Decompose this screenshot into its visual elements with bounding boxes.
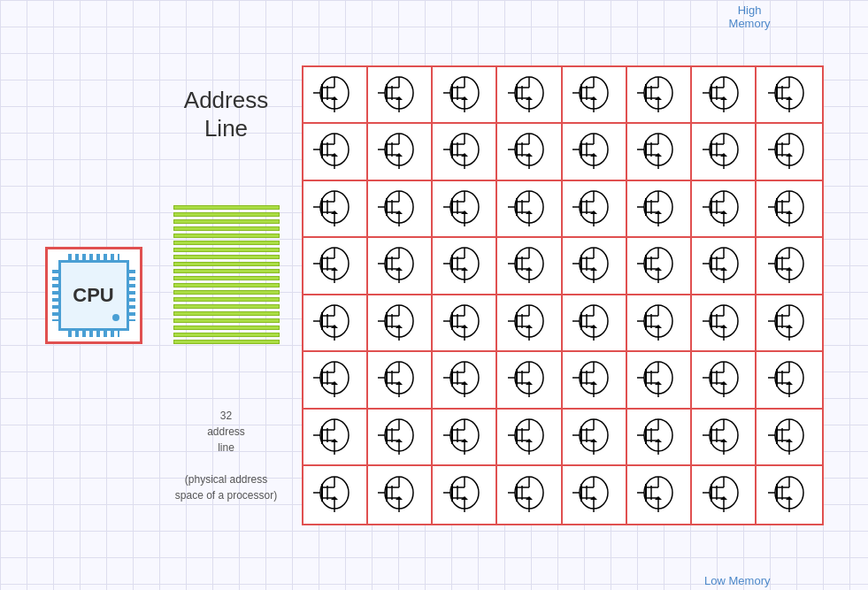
address-stripe — [173, 333, 280, 337]
memory-cell — [563, 238, 627, 294]
memory-cell — [757, 410, 821, 465]
memory-cell — [368, 466, 433, 524]
address-lines-container — [173, 151, 280, 399]
address-stripe — [173, 226, 280, 231]
memory-row — [303, 181, 822, 239]
memory-cell — [627, 124, 692, 180]
memory-cell — [433, 238, 497, 294]
memory-row — [303, 124, 822, 181]
address-stripe — [173, 297, 280, 302]
memory-cell — [563, 466, 627, 524]
memory-cell — [497, 466, 562, 524]
memory-row — [303, 352, 822, 410]
memory-cell — [497, 295, 562, 351]
memory-cell — [627, 295, 692, 351]
main-container: High Memory Low Memory CPU AddressLine — [0, 0, 868, 590]
memory-cell — [627, 67, 692, 123]
low-memory-label: Low Memory — [704, 574, 770, 587]
memory-row — [303, 295, 822, 353]
memory-row — [303, 410, 822, 467]
memory-cell — [497, 124, 562, 180]
memory-row — [303, 466, 822, 524]
memory-cell — [368, 124, 433, 180]
memory-cell — [433, 295, 497, 351]
memory-cell — [757, 352, 821, 408]
address-title: AddressLine — [184, 87, 268, 142]
memory-cell — [627, 410, 692, 465]
memory-cell — [757, 67, 821, 123]
memory-cell — [692, 181, 757, 237]
address-stripe — [173, 318, 280, 323]
cpu-left-pins — [52, 270, 58, 321]
memory-cell — [303, 67, 368, 123]
memory-cell — [627, 466, 692, 524]
address-stripe — [173, 205, 280, 210]
address-stripe — [173, 290, 280, 295]
memory-cell — [757, 181, 821, 237]
memory-cell — [757, 238, 821, 294]
memory-cell — [563, 410, 627, 465]
memory-cell — [368, 295, 433, 351]
memory-cell — [497, 181, 562, 237]
memory-cell — [563, 295, 627, 351]
address-stripe — [173, 269, 280, 273]
address-stripe — [173, 311, 280, 316]
memory-cell — [627, 352, 692, 408]
memory-cell — [692, 466, 757, 524]
memory-cell — [497, 67, 562, 123]
cpu-label: CPU — [73, 284, 113, 307]
memory-cell — [433, 181, 497, 237]
memory-cell — [692, 67, 757, 123]
memory-cell — [433, 67, 497, 123]
memory-grid — [302, 65, 824, 525]
memory-cell — [303, 181, 368, 237]
cpu-box: CPU — [45, 247, 142, 344]
cpu-dot — [112, 314, 119, 321]
address-stripe — [173, 212, 280, 217]
cpu-chip: CPU — [58, 260, 129, 331]
memory-cell — [497, 238, 562, 294]
memory-cell — [368, 410, 433, 465]
memory-cell — [303, 124, 368, 180]
memory-cell — [433, 466, 497, 524]
memory-cell — [433, 352, 497, 408]
memory-cell — [692, 410, 757, 465]
memory-cell — [303, 238, 368, 294]
memory-cell — [563, 124, 627, 180]
memory-cell — [368, 181, 433, 237]
memory-cell — [757, 124, 821, 180]
address-stripe — [173, 234, 280, 238]
memory-cell — [303, 352, 368, 408]
memory-cell — [497, 410, 562, 465]
memory-cell — [627, 181, 692, 237]
memory-row — [303, 67, 822, 125]
memory-cell — [563, 352, 627, 408]
cpu-section: CPU — [45, 247, 142, 344]
memory-cell — [627, 238, 692, 294]
memory-cell — [692, 352, 757, 408]
memory-cell — [368, 352, 433, 408]
address-stripe — [173, 248, 280, 252]
memory-cell — [563, 67, 627, 123]
memory-cell — [303, 410, 368, 465]
address-stripe — [173, 283, 280, 287]
memory-cell — [692, 295, 757, 351]
memory-cell — [757, 295, 821, 351]
memory-cell — [303, 295, 368, 351]
address-stripe — [173, 255, 280, 259]
memory-cell — [368, 238, 433, 294]
address-stripe — [173, 326, 280, 330]
address-stripe — [173, 219, 280, 224]
memory-cell — [757, 466, 821, 524]
memory-cell — [692, 124, 757, 180]
address-stripe — [173, 340, 280, 344]
memory-cell — [563, 181, 627, 237]
memory-cell — [303, 466, 368, 524]
memory-cell — [368, 67, 433, 123]
address-caption: 32addressline(physical addressspace of a… — [175, 408, 277, 503]
memory-cell — [497, 352, 562, 408]
address-stripe — [173, 276, 280, 280]
memory-cell — [433, 124, 497, 180]
memory-cell — [433, 410, 497, 465]
cpu-right-pins — [129, 270, 135, 321]
